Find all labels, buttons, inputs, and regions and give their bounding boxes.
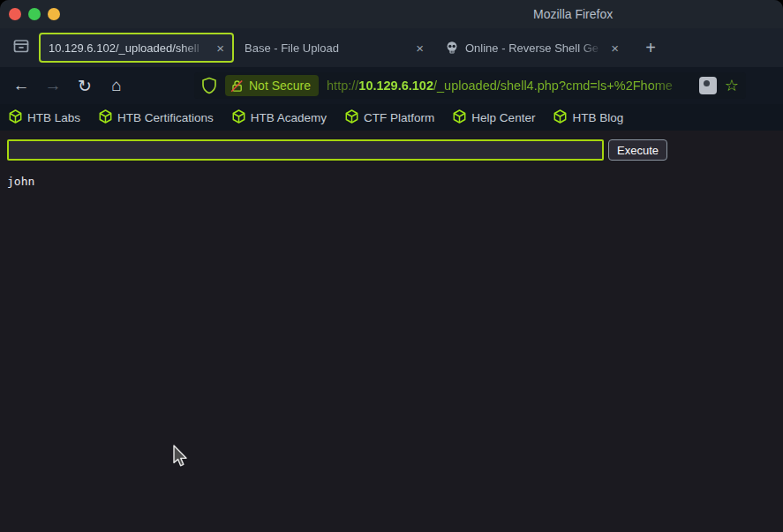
htb-cube-icon bbox=[453, 109, 466, 126]
reload-button[interactable]: ↻ bbox=[72, 73, 97, 98]
shield-icon[interactable] bbox=[201, 77, 217, 94]
htb-cube-icon bbox=[345, 109, 358, 126]
htb-cube-icon bbox=[553, 109, 567, 126]
new-tab-button[interactable]: + bbox=[637, 34, 664, 61]
extension-icon[interactable] bbox=[699, 77, 717, 94]
close-icon[interactable]: × bbox=[611, 41, 619, 55]
archive-box-icon bbox=[11, 35, 32, 60]
not-secure-label: Not Secure bbox=[249, 79, 311, 93]
url-domain: 10.129.6.102 bbox=[358, 79, 433, 93]
window-controls bbox=[9, 8, 60, 20]
url-text[interactable]: http://10.129.6.102/_uploaded/shell4.php… bbox=[327, 79, 694, 93]
htb-cube-icon bbox=[99, 109, 112, 126]
bookmark-star-icon[interactable]: ☆ bbox=[725, 78, 739, 94]
not-secure-badge[interactable]: Not Secure bbox=[225, 75, 319, 96]
url-path: /_uploaded/shell4.php?cmd=ls+%2Fhome bbox=[433, 79, 673, 93]
bookmark-htb-blog[interactable]: HTB Blog bbox=[553, 109, 623, 126]
bookmark-help-center[interactable]: Help Center bbox=[453, 109, 535, 126]
tab-shell[interactable]: 10.129.6.102/_uploaded/shell × bbox=[39, 33, 234, 63]
forward-button[interactable]: → bbox=[41, 73, 65, 98]
close-icon[interactable]: × bbox=[416, 41, 424, 55]
bookmarks-bar: HTB Labs HTB Certifications HTB Academy … bbox=[0, 104, 783, 131]
bookmark-label: HTB Blog bbox=[572, 111, 623, 124]
command-form: Execute bbox=[7, 139, 776, 161]
bookmark-label: CTF Platform bbox=[364, 111, 434, 124]
firefox-view-button[interactable] bbox=[4, 33, 39, 63]
navigation-toolbar: ← → ↻ ⌂ Not Secure http://10.129 bbox=[0, 67, 783, 104]
title-bar: Mozilla Firefox bbox=[0, 0, 783, 28]
tab-title: 10.129.6.102/_uploaded/shell bbox=[49, 41, 210, 55]
command-output: john bbox=[7, 175, 783, 188]
bookmark-label: Help Center bbox=[471, 111, 535, 124]
bookmark-label: HTB Academy bbox=[251, 111, 327, 124]
execute-button[interactable]: Execute bbox=[608, 139, 667, 161]
close-icon[interactable]: × bbox=[216, 41, 224, 55]
bookmark-label: HTB Certifications bbox=[117, 111, 214, 124]
minimize-window-button[interactable] bbox=[48, 8, 60, 20]
home-button[interactable]: ⌂ bbox=[104, 73, 129, 98]
bookmark-htb-academy[interactable]: HTB Academy bbox=[232, 109, 327, 126]
url-scheme: http:// bbox=[327, 79, 358, 93]
htb-cube-icon bbox=[232, 109, 245, 126]
close-window-button[interactable] bbox=[9, 8, 21, 20]
broken-lock-icon bbox=[230, 79, 244, 93]
command-input[interactable] bbox=[7, 139, 604, 161]
url-bar[interactable]: Not Secure http://10.129.6.102/_uploaded… bbox=[194, 72, 746, 99]
tab-reverse-shell-generator[interactable]: Online - Reverse Shell Ge × bbox=[437, 33, 627, 63]
page-content: Execute john bbox=[0, 131, 783, 532]
tab-title: Base - File Upload bbox=[245, 41, 410, 55]
bookmark-htb-labs[interactable]: HTB Labs bbox=[9, 109, 80, 126]
skull-icon bbox=[445, 41, 459, 55]
tab-title: Online - Reverse Shell Ge bbox=[465, 41, 605, 55]
bookmark-label: HTB Labs bbox=[27, 111, 80, 124]
bookmark-ctf-platform[interactable]: CTF Platform bbox=[345, 109, 434, 126]
tab-base-file-upload[interactable]: Base - File Upload × bbox=[237, 33, 432, 63]
mouse-cursor bbox=[172, 445, 189, 473]
firefox-window: Mozilla Firefox 10.129.6.102/_uploaded/s… bbox=[0, 0, 783, 532]
bookmark-htb-certifications[interactable]: HTB Certifications bbox=[99, 109, 214, 126]
tab-bar: 10.129.6.102/_uploaded/shell × Base - Fi… bbox=[0, 28, 783, 67]
htb-cube-icon bbox=[9, 109, 22, 126]
window-title: Mozilla Firefox bbox=[533, 7, 613, 21]
back-button[interactable]: ← bbox=[9, 73, 34, 98]
maximize-window-button[interactable] bbox=[28, 8, 41, 20]
